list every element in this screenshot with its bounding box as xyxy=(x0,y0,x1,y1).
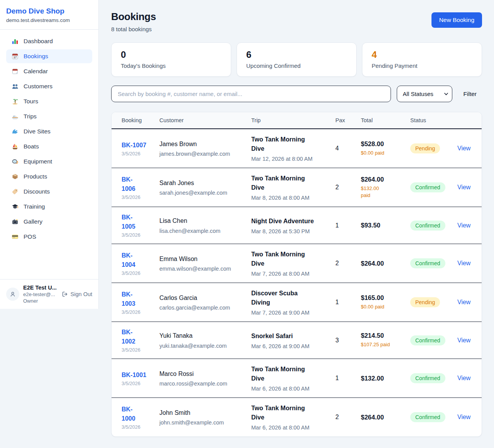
pax-count: 2 xyxy=(335,414,339,420)
booking-id-link[interactable]: BK-1001 xyxy=(122,371,150,380)
user-role: Owner xyxy=(23,298,58,304)
sidebar-item-equipment[interactable]: Equipment xyxy=(6,155,92,168)
sidebar-item-dive-sites[interactable]: Dive Sites xyxy=(6,125,92,138)
new-booking-button[interactable]: New Booking xyxy=(431,12,482,28)
graduation-cap-icon xyxy=(12,203,19,210)
stat-label: Upcoming Confirmed xyxy=(246,62,347,69)
sidebar-item-products[interactable]: Products xyxy=(6,170,92,184)
pax-count: 1 xyxy=(335,375,339,381)
sidebar-item-label: Bookings xyxy=(24,53,48,60)
customer-name: Carlos Garcia xyxy=(159,294,242,302)
person-icon xyxy=(9,290,17,298)
customer-name: John Smith xyxy=(159,409,242,417)
sidebar-item-pos[interactable]: POS xyxy=(6,230,92,244)
booking-date: 3/5/2026 xyxy=(122,347,150,353)
table-row: BK- 10063/5/2026 Sarah Jonessarah.jones@… xyxy=(112,168,482,207)
trip-name: Two Tank Morning Dive xyxy=(251,250,326,268)
shop-name[interactable]: Demo Dive Shop xyxy=(6,7,92,15)
table-row: BK- 10033/5/2026 Carlos Garciacarlos.gar… xyxy=(112,283,482,322)
filter-button[interactable]: Filter xyxy=(458,91,482,98)
booking-id-link[interactable]: BK- 1004 xyxy=(122,251,150,269)
view-link[interactable]: View xyxy=(457,222,470,229)
total-amount: $264.00 xyxy=(361,176,401,183)
palm-tree-icon xyxy=(12,98,19,105)
pax-count: 3 xyxy=(335,337,339,344)
status-badge: Confirmed xyxy=(410,182,445,192)
sign-out-label: Sign Out xyxy=(71,291,92,297)
sidebar-item-label: Equipment xyxy=(24,158,52,165)
sidebar-item-tours[interactable]: Tours xyxy=(6,94,92,108)
trip-name: Two Tank Morning Dive xyxy=(251,404,326,422)
sidebar-item-boats[interactable]: Boats xyxy=(6,140,92,153)
sidebar-item-discounts[interactable]: Discounts xyxy=(6,185,92,199)
trip-name: Two Tank Morning Dive xyxy=(251,135,326,153)
sidebar-item-customers[interactable]: Customers xyxy=(6,79,92,93)
shop-domain: demo.test.divestreams.com xyxy=(6,17,92,23)
status-select-wrap: All Statuses xyxy=(397,86,452,102)
table-row: BK-10013/5/2026 Marco Rossimarco.rossi@e… xyxy=(112,359,482,398)
search-input[interactable] xyxy=(111,86,391,102)
stat-card: 4 Pending Payment xyxy=(362,42,482,77)
customer-email: john.smith@example.com xyxy=(159,419,242,426)
sailboat-icon xyxy=(12,143,19,150)
booking-id-link[interactable]: BK- 1006 xyxy=(122,175,150,194)
total-amount: $528.00 xyxy=(361,140,401,148)
page-title: Bookings xyxy=(111,11,156,23)
sidebar-item-bookings[interactable]: 17 Bookings xyxy=(6,49,92,63)
booking-id-link[interactable]: BK- 1003 xyxy=(122,290,150,308)
sidebar-item-label: Products xyxy=(24,173,47,180)
sidebar-item-gallery[interactable]: Gallery xyxy=(6,215,92,229)
package-icon xyxy=(12,173,19,180)
sidebar-item-trips[interactable]: Trips xyxy=(6,109,92,123)
sidebar: Demo Dive Shop demo.test.divestreams.com… xyxy=(0,0,99,309)
table-row: BK- 10023/5/2026 Yuki Tanakayuki.tanaka@… xyxy=(112,322,482,359)
table-row: BK-10073/5/2026 James Brownjames.brown@e… xyxy=(112,129,482,168)
customer-name: Emma Wilson xyxy=(159,255,242,263)
sidebar-item-dashboard[interactable]: Dashboard xyxy=(6,34,92,48)
status-badge: Pending xyxy=(410,143,440,153)
stat-card: 0 Today's Bookings xyxy=(111,42,231,77)
booking-id-link[interactable]: BK- 1000 xyxy=(122,405,150,423)
sidebar-item-label: Customers xyxy=(24,83,52,90)
total-amount: $214.50 xyxy=(361,332,401,339)
column-header-status: Status xyxy=(406,112,453,129)
trip-name: Snorkel Safari xyxy=(251,332,326,341)
bookings-calendar-icon: 17 xyxy=(12,53,19,60)
bar-chart-icon xyxy=(12,38,19,45)
customer-name: Sarah Jones xyxy=(159,179,242,187)
customer-email: yuki.tanaka@example.com xyxy=(159,343,242,349)
view-link[interactable]: View xyxy=(457,260,470,266)
sidebar-item-training[interactable]: Training xyxy=(6,200,92,214)
stat-card: 6 Upcoming Confirmed xyxy=(237,42,357,77)
customer-email: carlos.garcia@example.com xyxy=(159,305,242,311)
view-link[interactable]: View xyxy=(457,145,470,152)
total-amount: $165.00 xyxy=(361,294,401,301)
booking-id-link[interactable]: BK- 1005 xyxy=(122,213,150,231)
status-badge: Confirmed xyxy=(410,412,445,422)
status-select[interactable]: All Statuses xyxy=(397,86,452,102)
pax-count: 2 xyxy=(335,260,339,266)
booking-date: 3/5/2026 xyxy=(122,232,150,238)
svg-text:17: 17 xyxy=(14,56,17,59)
view-link[interactable]: View xyxy=(457,414,470,420)
column-header-trip: Trip xyxy=(247,112,331,129)
stat-value: 4 xyxy=(372,49,472,60)
sidebar-item-calendar[interactable]: Calendar xyxy=(6,64,92,78)
column-header-total: Total xyxy=(356,112,406,129)
sidebar-item-label: Boats xyxy=(24,143,39,150)
total-amount: $132.00 xyxy=(361,375,401,382)
view-link[interactable]: View xyxy=(457,299,470,305)
view-link[interactable]: View xyxy=(457,337,470,344)
booking-id-link[interactable]: BK-1007 xyxy=(122,141,150,150)
sidebar-item-label: Dive Sites xyxy=(24,128,51,135)
view-link[interactable]: View xyxy=(457,375,470,381)
booking-id-link[interactable]: BK- 1002 xyxy=(122,328,150,346)
sign-out-button[interactable]: Sign Out xyxy=(62,291,92,297)
booking-date: 3/5/2026 xyxy=(122,151,150,157)
customer-name: James Brown xyxy=(159,140,242,148)
pax-count: 1 xyxy=(335,222,339,229)
logout-icon xyxy=(62,291,68,297)
view-link[interactable]: View xyxy=(457,184,470,190)
customer-name: Lisa Chen xyxy=(159,217,242,225)
sidebar-item-label: Discounts xyxy=(24,188,50,195)
